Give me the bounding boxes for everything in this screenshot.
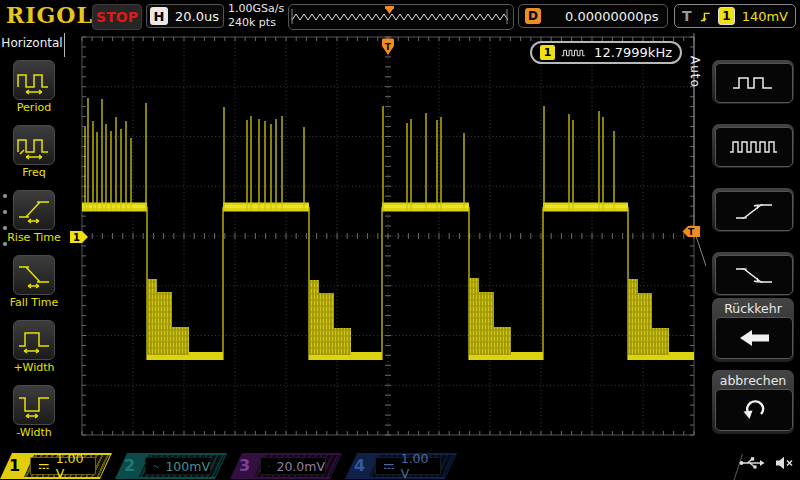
menu-item-fall-time[interactable]: Fall Time (0, 255, 68, 309)
rising-edge-icon (732, 200, 776, 222)
softkey-cancel[interactable]: abbrechen (712, 370, 794, 434)
page-indicator-dot (3, 210, 7, 214)
undo-icon (739, 399, 769, 421)
channel4-number: 4 (354, 456, 365, 475)
menu-item-rise-time[interactable]: Rise Time (0, 190, 68, 244)
menu-item-plus-width[interactable]: +Width (0, 320, 68, 374)
trigger-label: T (682, 8, 692, 24)
minus-width-icon (16, 390, 52, 420)
acquisition-info: 1.00GSa/s 240k pts (228, 2, 284, 30)
left-menu-panel: Horizontal Period Freq Rise Time (0, 33, 68, 452)
right-menu-panel: Rückkehr abbrechen (706, 33, 800, 452)
channel2-scale: 100mV (165, 459, 210, 474)
ac-coupling-icon (153, 462, 159, 471)
svg-text:1: 1 (73, 232, 80, 243)
softkey-falling-edge[interactable] (712, 252, 794, 296)
delay-badge: D (525, 8, 541, 24)
softkey-return[interactable]: Rückkehr (712, 298, 794, 362)
timebase-value: 20.0us (175, 9, 219, 24)
plus-width-icon (16, 325, 52, 355)
period-icon (16, 65, 52, 95)
delay-value: 0.00000000ps (565, 9, 659, 24)
pulse-train-icon (728, 137, 780, 157)
dc-coupling-icon (268, 462, 270, 471)
rising-edge-icon (699, 9, 712, 24)
horizontal-badge: H (150, 7, 168, 25)
page-indicator-dot (3, 226, 7, 230)
top-status-bar: RIGOL STOP H 20.0us 1.00GSa/s 240k pts D… (0, 0, 800, 33)
right-menu-tab: Auto (688, 56, 702, 88)
memory-depth: 240k pts (228, 16, 284, 30)
channel3-tab[interactable]: 3 20.0mV (230, 453, 342, 479)
single-pulse-icon (730, 73, 778, 93)
back-arrow-icon (736, 328, 772, 348)
waveform-preview-trace (289, 5, 511, 27)
rigol-logo: RIGOL (6, 2, 93, 28)
svg-text:T: T (385, 42, 392, 52)
counter-value: 12.7999kHz (594, 45, 672, 60)
bottom-status-bar: 1 1.00 V 2 100mV 3 (0, 452, 800, 480)
left-menu-tab-line (64, 33, 65, 57)
falling-edge-icon (732, 264, 776, 286)
menu-item-minus-width[interactable]: -Width (0, 385, 68, 439)
run-state[interactable]: STOP (92, 4, 142, 30)
cancel-label: abbrechen (715, 372, 791, 389)
timebase-box: H 20.0us (146, 4, 224, 28)
dc-coupling-icon (383, 462, 395, 471)
softkey-pulse-train[interactable] (712, 124, 794, 168)
channel3-scale: 20.0mV (276, 459, 325, 474)
counter-source-badge: 1 (540, 45, 555, 60)
trigger-position-marker[interactable]: T (382, 39, 394, 56)
speaker-muted-icon (775, 456, 794, 470)
trigger-level-value: 140mV (742, 9, 788, 24)
pulse-train-icon (561, 47, 588, 59)
channel4-scale: 1.00 V (401, 451, 440, 480)
oscilloscope-screen: RIGOL STOP H 20.0us 1.00GSa/s 240k pts D… (0, 0, 800, 480)
channel2-number: 2 (124, 456, 135, 475)
delay-box: D 0.00000000ps (518, 4, 668, 28)
fall-time-icon (16, 260, 52, 290)
sample-rate: 1.00GSa/s (228, 2, 284, 16)
softkey-single-pulse[interactable] (712, 60, 794, 104)
frequency-counter: 1 12.7999kHz (530, 41, 682, 64)
softkey-rising-edge[interactable] (712, 188, 794, 232)
usb-icon (739, 456, 765, 470)
waveform-preview[interactable] (288, 4, 514, 30)
left-menu-title: Horizontal (0, 36, 64, 50)
return-label: Rückkehr (715, 300, 791, 317)
trigger-source-badge: 1 (718, 7, 734, 25)
freq-icon (16, 130, 52, 160)
channel1-scale: 1.00 V (56, 451, 95, 480)
page-indicator-dot (3, 242, 7, 246)
svg-text:T: T (688, 227, 695, 237)
channel2-tab[interactable]: 2 100mV (115, 453, 227, 479)
menu-item-freq[interactable]: Freq (0, 125, 68, 179)
scope-graticule: 1TT (68, 33, 706, 452)
scope-display: 1TT (68, 33, 706, 452)
menu-item-period[interactable]: Period (0, 60, 68, 114)
rise-time-icon (16, 195, 52, 225)
channel1-tab[interactable]: 1 1.00 V (0, 453, 112, 479)
channel4-tab[interactable]: 4 1.00 V (345, 453, 457, 479)
channel3-number: 3 (239, 456, 250, 475)
page-indicator-dot (3, 194, 7, 198)
dc-coupling-icon (38, 462, 50, 471)
channel1-number: 1 (9, 456, 20, 475)
trigger-box: T 1 140mV (674, 4, 796, 28)
